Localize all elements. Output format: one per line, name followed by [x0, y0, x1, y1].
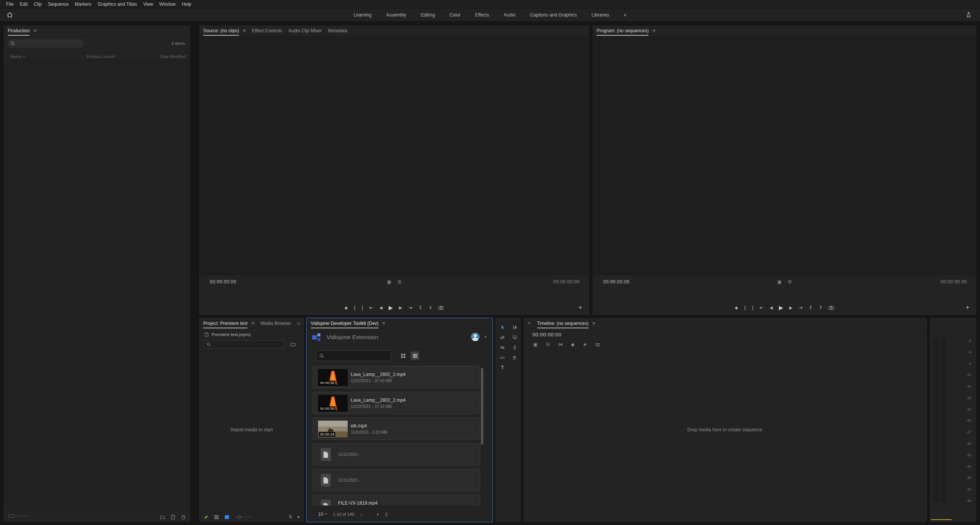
timeline-settings-wrench-icon[interactable]: [583, 342, 587, 347]
pager-first-button[interactable]: |‹: [360, 512, 363, 517]
workspace-tab-audio[interactable]: Audio: [504, 12, 516, 18]
export-frame-icon[interactable]: [829, 305, 834, 310]
delete-icon[interactable]: [181, 515, 186, 520]
workspace-overflow-button[interactable]: »: [624, 12, 627, 18]
column-project-locked[interactable]: Project Locked: [87, 53, 115, 60]
production-search-input[interactable]: [17, 41, 76, 46]
media-list-item[interactable]: 00:00:30 Lava_Lamp__2802_2.mp4 12/22/202…: [313, 392, 480, 414]
home-icon[interactable]: [6, 11, 13, 18]
tab-metadata[interactable]: Metadata: [328, 25, 347, 36]
user-avatar[interactable]: [471, 333, 479, 341]
media-list-item[interactable]: 11/11/2021 -: [313, 469, 480, 491]
quick-export-icon[interactable]: [965, 11, 972, 18]
tab-vidispine-toolkit[interactable]: Vidispine Developer Toolkit (Dev): [311, 318, 378, 328]
play-button[interactable]: ▶: [389, 305, 393, 311]
workspace-tab-editing[interactable]: Editing: [421, 12, 435, 18]
icon-view-icon[interactable]: [224, 515, 229, 520]
play-button[interactable]: ▶: [779, 305, 783, 311]
menu-graphics-and-titles[interactable]: Graphics and Titles: [95, 2, 140, 7]
razor-tool[interactable]: [510, 333, 520, 342]
close-panel-icon[interactable]: ×: [528, 320, 531, 326]
zoom-knob[interactable]: [8, 514, 15, 518]
camera-icon[interactable]: [595, 342, 600, 347]
tab-project[interactable]: Project: Premiere test: [203, 318, 247, 328]
go-to-out-button[interactable]: ⇥: [408, 305, 412, 310]
pen-tool[interactable]: [510, 343, 520, 352]
media-list-item[interactable]: FILE-VX-1619.mp4 11/8/2021 -: [313, 495, 480, 505]
more-options-icon[interactable]: ▾: [297, 514, 300, 520]
go-to-out-button[interactable]: ⇥: [799, 305, 803, 310]
workspace-tab-effects[interactable]: Effects: [475, 12, 489, 18]
list-view-icon[interactable]: [411, 351, 419, 360]
sort-icon[interactable]: ⇅: [289, 514, 292, 520]
tab-audio-clip-mixer[interactable]: Audio Clip Mixer: [288, 25, 322, 36]
grid-view-icon[interactable]: [399, 351, 407, 360]
workspace-tab-learning[interactable]: Learning: [353, 12, 371, 18]
tab-effect-controls[interactable]: Effect Controls: [252, 25, 282, 36]
pager-last-button[interactable]: ›|: [385, 512, 388, 517]
tab-source[interactable]: Source: (no clips): [203, 25, 239, 36]
menu-view[interactable]: View: [140, 2, 156, 7]
workspace-tab-captions-and-graphics[interactable]: Captions and Graphics: [530, 12, 577, 18]
mark-in-button[interactable]: {: [354, 305, 355, 310]
panel-menu-icon[interactable]: ≡: [243, 28, 246, 33]
menu-markers[interactable]: Markers: [72, 2, 95, 7]
extract-button[interactable]: ⇑: [819, 305, 822, 310]
hand-tool[interactable]: [510, 353, 520, 362]
slip-tool[interactable]: ⇆: [497, 343, 507, 352]
go-to-in-button[interactable]: ⇤: [759, 305, 763, 310]
production-search[interactable]: [7, 39, 84, 48]
type-tool[interactable]: T: [497, 363, 507, 372]
scrollbar[interactable]: [481, 368, 483, 445]
panel-menu-icon[interactable]: ≡: [652, 28, 655, 33]
thumbnail-zoom-slider[interactable]: [8, 514, 30, 518]
list-view-icon[interactable]: [214, 515, 219, 520]
add-marker-icon[interactable]: ◆: [571, 342, 574, 347]
new-item-icon[interactable]: [171, 515, 176, 520]
mark-out-button[interactable]: }: [361, 305, 363, 310]
panel-menu-icon[interactable]: ≡: [251, 320, 254, 326]
add-marker-icon[interactable]: ◆: [345, 305, 348, 310]
panel-menu-icon[interactable]: ≡: [33, 28, 36, 33]
step-forward-button[interactable]: ▶: [789, 305, 793, 310]
media-list-item[interactable]: 11/11/2021 -: [313, 443, 480, 465]
page-size-select[interactable]: 10 ▾: [318, 512, 327, 517]
media-list-item[interactable]: 00:00:30 Lava_Lamp__2802_2.mp4 12/22/202…: [313, 366, 480, 388]
panel-menu-icon[interactable]: ≡: [592, 320, 595, 326]
insert-button[interactable]: ↧: [418, 305, 422, 310]
writable-toggle-icon[interactable]: [204, 515, 209, 520]
fit-zoom-icon[interactable]: ⊞: [788, 279, 792, 285]
menu-help[interactable]: Help: [179, 2, 194, 7]
project-search[interactable]: [204, 340, 285, 348]
selection-tool[interactable]: [497, 323, 507, 332]
step-forward-button[interactable]: ▶: [399, 305, 402, 310]
account-menu-caret-icon[interactable]: ▾: [484, 335, 486, 339]
menu-edit[interactable]: Edit: [17, 2, 31, 7]
workspace-tab-color[interactable]: Color: [449, 12, 461, 18]
step-back-button[interactable]: ◀: [769, 305, 773, 310]
column-name[interactable]: Name▾: [10, 53, 25, 61]
ripple-edit-tool[interactable]: ⇄: [497, 333, 507, 342]
tab-production[interactable]: Production: [8, 25, 30, 36]
pager-prev-button[interactable]: ‹: [369, 512, 371, 517]
output-settings-icon[interactable]: ▣: [777, 279, 781, 285]
column-date-modified[interactable]: Date Modified: [160, 53, 186, 60]
step-back-button[interactable]: ◀: [379, 305, 382, 310]
workspace-tab-libraries[interactable]: Libraries: [592, 12, 609, 18]
new-bin-icon[interactable]: [160, 514, 165, 520]
track-select-forward-tool[interactable]: [510, 323, 520, 332]
add-marker-icon[interactable]: ◆: [735, 305, 738, 310]
fit-zoom-icon[interactable]: ⊞: [398, 279, 401, 285]
source-timecode-current[interactable]: 00:00:00:00: [210, 279, 236, 285]
media-list-item[interactable]: 00:00:29 elk.mp4 12/5/2021 - 3.23 MB: [313, 417, 480, 440]
menu-window[interactable]: Window: [156, 2, 179, 7]
search-bin-icon[interactable]: [290, 341, 296, 347]
lift-button[interactable]: ↥: [809, 305, 813, 310]
mark-out-button[interactable]: }: [752, 305, 753, 310]
overwrite-button[interactable]: ⇓: [428, 305, 432, 310]
program-timecode-current[interactable]: 00:00:00:00: [603, 279, 630, 285]
button-editor-icon[interactable]: +: [965, 304, 970, 311]
panel-menu-icon[interactable]: ≡: [382, 320, 385, 326]
snap-icon[interactable]: [546, 342, 550, 347]
media-search-input[interactable]: [327, 353, 384, 358]
